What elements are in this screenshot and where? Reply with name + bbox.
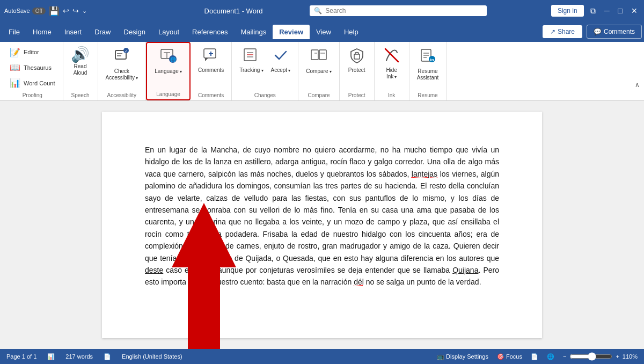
- resume-label: Resume: [414, 90, 442, 100]
- comments-content: Comments: [195, 45, 227, 90]
- protect-button[interactable]: Protect: [344, 45, 370, 76]
- protect-icon: [349, 47, 365, 66]
- language-value[interactable]: English (United States): [122, 353, 182, 360]
- grammar-underline-1: deste: [145, 266, 163, 274]
- search-input[interactable]: [325, 7, 482, 14]
- focus-button[interactable]: 🎯 Focus: [497, 353, 522, 360]
- tracking-icon: [243, 47, 259, 66]
- accessibility-label: Accessibility: [103, 90, 142, 100]
- title-bar-right: Sign in ⧉ ─ □ ✕: [487, 5, 640, 17]
- protect-label: Protect: [344, 90, 370, 100]
- proofing-content: 📝 Editor 📖 Thesaurus 📊 Word Count: [6, 45, 58, 90]
- spelling-underline-2: dél: [354, 278, 364, 286]
- ribbon: 📝 Editor 📖 Thesaurus 📊 Word Count Proofi…: [0, 42, 644, 101]
- ribbon-collapse-button[interactable]: ∧: [633, 79, 642, 91]
- zoom-plus-button[interactable]: +: [616, 353, 619, 360]
- document-text: En un lugar de la Mancha, de cuyo nombre…: [145, 144, 499, 288]
- share-icon: ↗: [550, 28, 555, 35]
- language-status: 📄: [104, 353, 111, 360]
- redo-icon[interactable]: ↪: [72, 6, 79, 15]
- svg-rect-19: [319, 50, 326, 60]
- save-icon[interactable]: 💾: [49, 6, 60, 16]
- menu-review[interactable]: Review: [273, 25, 310, 39]
- restore-icon[interactable]: ⧉: [588, 5, 598, 17]
- minimize-icon[interactable]: ─: [602, 5, 612, 16]
- zoom-slider[interactable]: [569, 352, 612, 361]
- word-count-button[interactable]: 📊 Word Count: [6, 76, 58, 90]
- check-accessibility-button[interactable]: ✓ CheckAccessibility: [103, 45, 142, 83]
- tracking-button[interactable]: Tracking: [236, 45, 266, 76]
- accessibility-content: ✓ CheckAccessibility: [103, 45, 142, 90]
- ribbon-group-compare: Compare Compare: [298, 42, 339, 100]
- title-bar-left: AutoSave Off 💾 ↩ ↪ ⌄: [4, 6, 157, 16]
- new-comment-icon: [203, 47, 219, 66]
- hide-ink-button[interactable]: HideInk: [379, 45, 405, 82]
- language-button[interactable]: 🌐 Language: [151, 45, 185, 77]
- compare-button[interactable]: Compare: [303, 45, 334, 77]
- svg-text:✓: ✓: [125, 49, 128, 53]
- undo-icon[interactable]: ↩: [63, 6, 69, 15]
- share-button[interactable]: ↗ Share: [543, 25, 582, 38]
- word-count-status: 📊: [47, 353, 55, 360]
- compare-icon: [310, 47, 327, 67]
- svg-rect-18: [311, 50, 318, 60]
- document-area: En un lugar de la Mancha, de cuyo nombre…: [0, 101, 644, 349]
- thesaurus-button[interactable]: 📖 Thesaurus: [6, 61, 58, 74]
- sign-in-button[interactable]: Sign in: [551, 5, 584, 17]
- display-settings-button[interactable]: 📺 Display Settings: [437, 353, 488, 360]
- menu-view[interactable]: View: [310, 25, 338, 39]
- menu-layout[interactable]: Layout: [152, 25, 186, 39]
- new-comment-button[interactable]: Comments: [195, 45, 227, 76]
- language-group-label: Language: [151, 89, 185, 99]
- autosave-toggle[interactable]: Off: [32, 8, 46, 14]
- resume-assistant-button[interactable]: in ResumeAssistant: [414, 45, 442, 83]
- ribbon-group-speech: 🔊 ReadAloud Speech: [63, 42, 98, 100]
- layout-web-icon[interactable]: 🌐: [547, 353, 554, 360]
- autosave-label: AutoSave: [4, 8, 30, 14]
- maximize-icon[interactable]: □: [616, 5, 625, 16]
- status-bar-right: 📺 Display Settings 🎯 Focus 📄 🌐 − + 110%: [437, 352, 638, 361]
- menu-help[interactable]: Help: [338, 25, 365, 39]
- language-content: 🌐 Language: [151, 45, 185, 89]
- close-icon[interactable]: ✕: [629, 5, 640, 16]
- menu-draw[interactable]: Draw: [88, 25, 117, 39]
- menu-design[interactable]: Design: [118, 25, 152, 39]
- menu-bar: File Home Insert Draw Design Layout Refe…: [0, 21, 644, 42]
- menu-home[interactable]: Home: [26, 25, 58, 39]
- zoom-minus-button[interactable]: −: [563, 353, 566, 360]
- ribbon-group-language: 🌐 Language Language: [146, 42, 191, 100]
- editor-button[interactable]: 📝 Editor: [6, 46, 58, 59]
- changes-label: Changes: [236, 90, 294, 100]
- search-icon: 🔍: [314, 7, 322, 14]
- accessibility-icon: ✓: [113, 47, 130, 67]
- word-count-icon: 📊: [10, 78, 20, 88]
- customize-icon[interactable]: ⌄: [82, 8, 87, 14]
- language-icon: 🌐: [160, 47, 177, 67]
- ribbon-group-protect: Protect Protect: [340, 42, 375, 100]
- autosave: AutoSave Off: [4, 8, 46, 14]
- hide-ink-icon: [384, 47, 400, 66]
- zoom-controls: − + 110%: [563, 352, 638, 361]
- read-aloud-button[interactable]: 🔊 ReadAloud: [68, 45, 93, 78]
- search-bar[interactable]: 🔍: [310, 5, 487, 16]
- speech-content: 🔊 ReadAloud: [68, 45, 93, 90]
- menu-file[interactable]: File: [2, 25, 26, 39]
- document-title: Document1 - Word: [157, 7, 310, 15]
- resume-assistant-icon: in: [419, 47, 436, 67]
- menu-mailings[interactable]: Mailings: [235, 25, 273, 39]
- menu-references[interactable]: References: [186, 25, 234, 39]
- comments-button[interactable]: 💬 Comments: [587, 25, 642, 39]
- menu-insert[interactable]: Insert: [58, 25, 89, 39]
- page-info[interactable]: Page 1 of 1: [6, 353, 36, 360]
- word-count-value[interactable]: 217 words: [65, 353, 93, 360]
- editor-icon: 📝: [10, 47, 20, 57]
- zoom-level[interactable]: 110%: [623, 353, 638, 360]
- read-aloud-icon: 🔊: [71, 47, 90, 62]
- ribbon-group-comments: Comments Comments: [191, 42, 232, 100]
- layout-print-icon[interactable]: 📄: [531, 353, 538, 360]
- speech-label: Speech: [68, 90, 93, 100]
- document-page: En un lugar de la Mancha, de cuyo nombre…: [102, 112, 542, 338]
- ribbon-group-accessibility: ✓ CheckAccessibility Accessibility: [98, 42, 147, 100]
- ink-label: Ink: [379, 90, 405, 100]
- accept-button[interactable]: Accept: [268, 45, 294, 76]
